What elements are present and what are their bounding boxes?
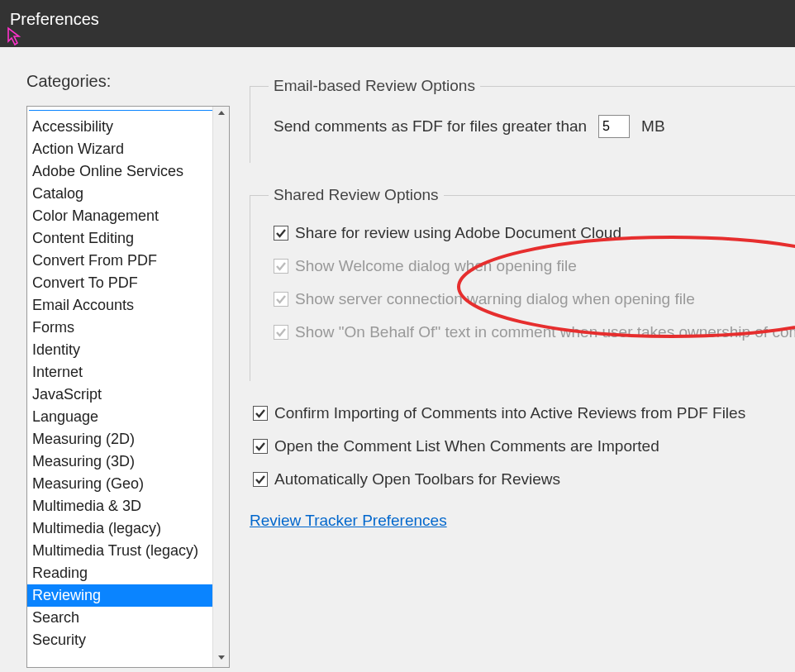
category-item[interactable]: Multimedia (legacy) [27,517,212,540]
window-titlebar: Preferences [0,0,795,47]
categories-listbox[interactable]: AccessibilityAction WizardAdobe Online S… [26,106,230,668]
scroll-track[interactable] [213,123,229,651]
category-item[interactable]: Accessibility [27,116,212,138]
option-label: Confirm Importing of Comments into Activ… [274,404,745,422]
window-title: Preferences [10,10,99,28]
option-label: Automatically Open Toolbars for Reviews [274,470,560,489]
option-label: Show server connection warning dialog wh… [295,290,695,308]
review-tracker-link[interactable]: Review Tracker Preferences [250,512,447,530]
category-item[interactable]: Color Management [27,205,212,227]
general-checks: Confirm Importing of Comments into Activ… [250,404,795,489]
option-label: Share for review using Adobe Document Cl… [295,224,621,242]
checkbox[interactable] [253,472,268,487]
fdf-threshold-unit: MB [641,117,665,136]
category-item[interactable]: Measuring (Geo) [27,473,212,495]
checkbox[interactable] [274,226,288,241]
category-item[interactable]: Identity [27,339,212,361]
main-panel: Email-based Review Options Send comments… [231,72,795,668]
shared-review-option[interactable]: Share for review using Adobe Document Cl… [274,224,795,242]
category-item[interactable]: Forms [27,317,212,339]
category-item[interactable]: JavaScript [27,384,212,406]
category-item[interactable]: Security [27,629,212,651]
category-item[interactable]: Email Accounts [27,294,212,317]
category-item[interactable]: Convert To PDF [27,272,212,294]
shared-review-option: Show server connection warning dialog wh… [274,290,795,308]
option-label: Show Welcome dialog when opening file [295,257,577,275]
scroll-up-icon[interactable] [213,107,229,123]
category-item[interactable]: Reviewing [27,584,212,607]
email-review-legend: Email-based Review Options [269,77,480,95]
category-item[interactable]: Content Editing [27,227,212,250]
category-item[interactable]: Measuring (2D) [27,428,212,450]
category-item[interactable]: Adobe Online Services [27,160,212,183]
shared-review-option: Show Welcome dialog when opening file [274,257,795,275]
scrollbar[interactable] [212,107,229,667]
categories-label: Categories: [26,72,231,91]
fdf-threshold-label: Send comments as FDF for files greater t… [274,117,587,136]
review-option[interactable]: Confirm Importing of Comments into Activ… [253,404,795,422]
category-item[interactable]: Search [27,607,212,629]
email-review-group: Email-based Review Options Send comments… [250,77,795,163]
category-item[interactable]: Reading [27,562,212,584]
shared-review-option: Show "On Behalf Of" text in comment when… [274,323,795,341]
shared-review-legend: Shared Review Options [269,186,444,204]
checkbox[interactable] [253,406,268,421]
review-option[interactable]: Open the Comment List When Comments are … [253,437,795,455]
shared-review-group: Shared Review Options Share for review u… [250,186,795,381]
category-item[interactable]: Multimedia Trust (legacy) [27,540,212,562]
category-item[interactable]: Internet [27,361,212,384]
cursor-icon [7,26,23,46]
categories-sidebar: Categories: AccessibilityAction WizardAd… [26,72,231,668]
category-item[interactable]: Convert From PDF [27,250,212,272]
category-item[interactable]: Measuring (3D) [27,450,212,473]
category-item[interactable]: Catalog [27,183,212,205]
checkbox[interactable] [253,439,268,454]
option-label: Show "On Behalf Of" text in comment when… [295,323,795,341]
option-label: Open the Comment List When Comments are … [274,437,659,455]
checkbox [274,325,288,340]
category-item[interactable]: Action Wizard [27,138,212,160]
category-item[interactable]: Multimedia & 3D [27,495,212,517]
review-option[interactable]: Automatically Open Toolbars for Reviews [253,470,795,489]
fdf-threshold-input[interactable] [598,115,630,138]
category-item[interactable]: Language [27,406,212,428]
checkbox [274,259,288,274]
scroll-down-icon[interactable] [213,651,229,667]
checkbox [274,292,288,307]
category-divider [29,110,212,111]
